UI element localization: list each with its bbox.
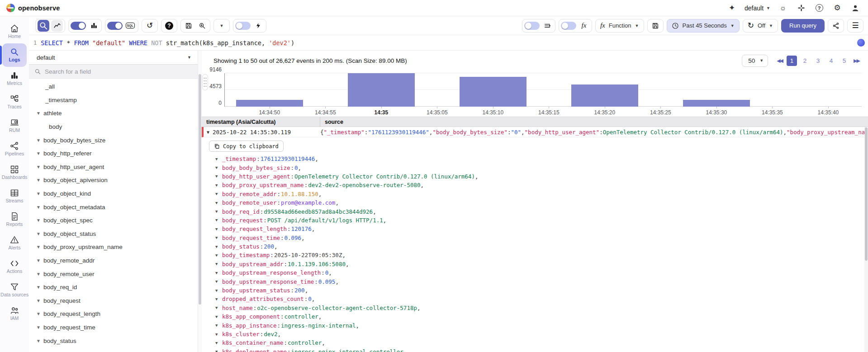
sql-mode-toggle[interactable]: [107, 22, 123, 30]
chevron-down-icon[interactable]: ▼: [215, 157, 222, 161]
field-item-body_request[interactable]: ▼body_request: [29, 294, 198, 308]
chevron-down-icon[interactable]: ▼: [36, 244, 43, 249]
column-header-timestamp[interactable]: timestamp (Asia/Calcutta): [202, 117, 320, 127]
page-button-1[interactable]: 1: [787, 56, 797, 66]
sidebar-scrollbar[interactable]: [198, 51, 202, 352]
field-item-body[interactable]: body: [29, 120, 198, 134]
instant-mode-toggle[interactable]: [235, 22, 251, 30]
query-help-icon[interactable]: ?: [163, 20, 175, 32]
nav-item-home[interactable]: Home: [2, 20, 27, 43]
chevron-down-icon[interactable]: ▼: [215, 235, 222, 240]
chevron-down-icon[interactable]: ▼: [215, 262, 222, 266]
field-item-body_proxy_upstream_name[interactable]: ▼body_proxy_upstream_name: [29, 240, 198, 254]
chevron-down-icon[interactable]: ▼: [215, 174, 222, 178]
page-button-3[interactable]: 3: [813, 56, 823, 66]
field-item-body_request_length[interactable]: ▼body_request_length: [29, 307, 198, 321]
nav-item-pipelines[interactable]: Pipelines: [2, 137, 27, 161]
row-expand-icon[interactable]: ▼: [204, 130, 213, 135]
nav-item-iam[interactable]: IAM: [2, 302, 27, 325]
chevron-down-icon[interactable]: ▼: [215, 271, 222, 275]
auto-refresh-dropdown[interactable]: ↻ Off ▼: [743, 19, 778, 33]
chevron-down-icon[interactable]: ▼: [36, 151, 43, 156]
stream-selector[interactable]: default ▼: [29, 51, 198, 65]
field-search-input[interactable]: [45, 68, 192, 75]
field-item-body_body_bytes_size[interactable]: ▼body_body_bytes_size: [29, 133, 198, 147]
nav-item-streams[interactable]: Streams: [2, 184, 27, 208]
chevron-down-icon[interactable]: ▼: [36, 191, 43, 196]
save-search-icon[interactable]: [183, 20, 194, 32]
field-item-body_object_spec[interactable]: ▼body_object_spec: [29, 214, 198, 227]
hamburger-menu-icon[interactable]: ☰: [849, 20, 861, 32]
chevron-down-icon[interactable]: ▼: [36, 164, 43, 169]
field-item-body_remote_addr[interactable]: ▼body_remote_addr: [29, 254, 198, 268]
column-header-source[interactable]: source: [320, 119, 343, 125]
field-item-body_status[interactable]: ▼body_status: [29, 334, 198, 347]
chevron-down-icon[interactable]: ▼: [215, 332, 222, 337]
chevron-down-icon[interactable]: ▼: [215, 165, 222, 170]
org-selector[interactable]: default ▼: [745, 5, 770, 12]
chevron-down-icon[interactable]: ▼: [215, 297, 222, 301]
chevron-down-icon[interactable]: ▼: [36, 272, 43, 277]
field-item-body_object_metadata[interactable]: ▼body_object_metadata: [29, 200, 198, 214]
histogram-toggle[interactable]: [71, 22, 86, 30]
field-item-body_req_id[interactable]: ▼body_req_id: [29, 281, 198, 294]
chevron-down-icon[interactable]: ▼: [36, 138, 43, 143]
last-page-icon[interactable]: ▶▶: [852, 58, 861, 64]
results-scrollbar[interactable]: [864, 127, 868, 352]
histogram-bar[interactable]: [348, 73, 415, 107]
settings-gear-icon[interactable]: ⚙: [832, 3, 843, 14]
page-button-5[interactable]: 5: [839, 56, 849, 66]
page-button-4[interactable]: 4: [826, 56, 836, 66]
chevron-down-icon[interactable]: ▼: [215, 201, 222, 205]
field-item-body_http_referer[interactable]: ▼body_http_referer: [29, 147, 198, 160]
histogram-bar[interactable]: [236, 100, 303, 107]
apps-icon[interactable]: [796, 3, 806, 14]
chevron-down-icon[interactable]: ▼: [36, 311, 43, 316]
chevron-down-icon[interactable]: ▼: [215, 349, 222, 352]
chevron-down-icon[interactable]: ▼: [215, 314, 222, 319]
chevron-down-icon[interactable]: ▼: [215, 288, 222, 293]
chevron-down-icon[interactable]: ▼: [215, 209, 222, 214]
nav-item-logs[interactable]: Logs: [2, 43, 27, 67]
copy-to-clipboard-button[interactable]: Copy to clipboard: [209, 141, 284, 152]
profile-icon[interactable]: [850, 3, 861, 14]
nav-item-alerts[interactable]: Alerts: [2, 231, 27, 255]
chevron-down-icon[interactable]: ▼: [36, 231, 43, 236]
field-item-athlete[interactable]: ▼athlete: [29, 107, 198, 120]
nav-item-metrics[interactable]: Metrics: [2, 67, 27, 90]
histogram-bar[interactable]: [460, 77, 526, 107]
histogram-bar[interactable]: [683, 100, 750, 107]
field-item-_timestamp[interactable]: _timestamp: [29, 94, 198, 107]
run-query-button[interactable]: Run query: [781, 19, 825, 33]
chevron-down-icon[interactable]: ▼: [215, 305, 222, 310]
help-icon[interactable]: ?: [814, 3, 825, 14]
chevron-down-icon[interactable]: ▼: [36, 285, 43, 290]
chevron-down-icon[interactable]: ▼: [215, 244, 222, 249]
theme-toggle-icon[interactable]: ☼: [778, 3, 788, 14]
chevron-down-icon[interactable]: ▼: [215, 192, 222, 196]
sql-editor[interactable]: 1 SELECT * FROM "default" WHERE NOT str_…: [29, 35, 868, 51]
chevron-down-icon[interactable]: ▼: [215, 227, 222, 231]
visualize-mode-button[interactable]: [51, 20, 63, 32]
chevron-down-icon[interactable]: ▼: [36, 338, 43, 343]
field-item-_all[interactable]: _all: [29, 80, 198, 94]
chevron-down-icon[interactable]: ▼: [215, 279, 222, 284]
saved-views-icon[interactable]: [196, 20, 208, 32]
per-page-select[interactable]: 50 ▼: [742, 55, 768, 67]
chevron-down-icon[interactable]: ▼: [36, 111, 43, 116]
chevron-down-icon[interactable]: ▼: [215, 341, 222, 345]
chevron-down-icon[interactable]: ▼: [216, 20, 228, 32]
save-function-icon[interactable]: [650, 20, 661, 32]
nav-item-dashboards[interactable]: Dashboards: [2, 161, 27, 184]
field-item-body_remote_user[interactable]: ▼body_remote_user: [29, 267, 198, 281]
wrap-lines-toggle[interactable]: [524, 22, 540, 30]
chevron-down-icon[interactable]: ▼: [215, 183, 222, 188]
chevron-down-icon[interactable]: ▼: [36, 325, 43, 330]
first-page-icon[interactable]: ◀◀: [775, 58, 784, 64]
nav-item-traces[interactable]: Traces: [2, 90, 27, 114]
chevron-down-icon[interactable]: ▼: [36, 258, 43, 263]
nav-item-actions[interactable]: Actions: [2, 255, 27, 278]
histogram-bar[interactable]: [571, 84, 638, 107]
function-dropdown[interactable]: fx Function ▼: [595, 19, 644, 33]
field-item-body_object_status[interactable]: ▼body_object_status: [29, 227, 198, 241]
